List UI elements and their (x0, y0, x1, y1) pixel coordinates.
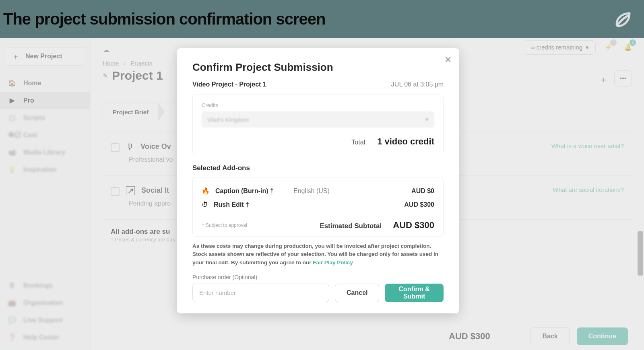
modal-date: JUL 06 at 3:05 pm (391, 81, 444, 88)
total-value: 1 video credit (377, 136, 434, 147)
flame-icon: 🔥 (202, 187, 210, 195)
modal-title: Confirm Project Submission (192, 61, 444, 74)
footnote: † Subject to approval (202, 222, 247, 228)
addon-line-caption: 🔥 Caption (Burn-in) † English (US) AUD $… (202, 184, 434, 198)
purchase-order-input[interactable] (192, 284, 329, 302)
purchase-order-label: Purchase order (Optional) (192, 274, 444, 280)
disclaimer-text: As these costs may change during product… (192, 242, 444, 267)
confirm-submission-modal: ✕ Confirm Project Submission Video Proje… (177, 48, 459, 313)
estimated-subtotal-label: Estimated Subtotal (320, 222, 382, 230)
addon-line-rush: ⏱ Rush Edit † AUD $300 (202, 198, 434, 212)
addon-option: English (US) (293, 187, 406, 195)
credits-select[interactable]: Vlad's Kingdom ▾ (202, 111, 434, 128)
scrollbar-thumb[interactable] (638, 231, 643, 276)
addon-name: Caption (Burn-in) † (215, 187, 288, 195)
selected-addons-heading: Selected Add-ons (192, 164, 444, 172)
banner: The project submission confirmation scre… (0, 0, 644, 38)
stopwatch-icon: ⏱ (202, 201, 208, 208)
addon-name: Rush Edit † (214, 201, 286, 208)
confirm-submit-button[interactable]: Confirm & Submit (385, 284, 444, 302)
addon-price: AUD $0 (411, 187, 434, 195)
addon-price: AUD $300 (404, 201, 434, 208)
close-icon[interactable]: ✕ (444, 55, 452, 65)
chevron-down-icon: ▾ (425, 116, 429, 123)
credits-select-value: Vlad's Kingdom (207, 116, 249, 123)
banner-title: The project submission confirmation scre… (3, 10, 325, 28)
cancel-button[interactable]: Cancel (335, 284, 379, 302)
leaf-logo-icon (612, 9, 632, 29)
estimated-subtotal-amount: AUD $300 (393, 220, 434, 231)
credits-box: Credits Vlad's Kingdom ▾ Total 1 video c… (192, 95, 444, 155)
total-label: Total (351, 139, 365, 146)
addons-box: 🔥 Caption (Burn-in) † English (US) AUD $… (192, 177, 444, 237)
fair-play-policy-link[interactable]: Fair Play Policy (313, 259, 353, 266)
credits-label: Credits (202, 102, 434, 108)
modal-project-name: Video Project - Project 1 (192, 81, 266, 88)
